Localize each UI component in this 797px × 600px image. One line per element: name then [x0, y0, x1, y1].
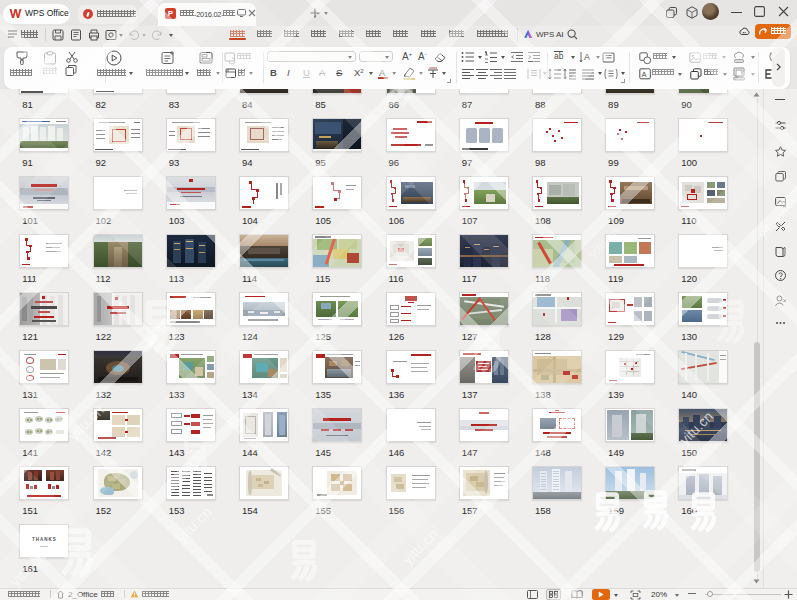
svg-text:A: A — [584, 52, 590, 62]
svg-text:A: A — [642, 69, 647, 78]
